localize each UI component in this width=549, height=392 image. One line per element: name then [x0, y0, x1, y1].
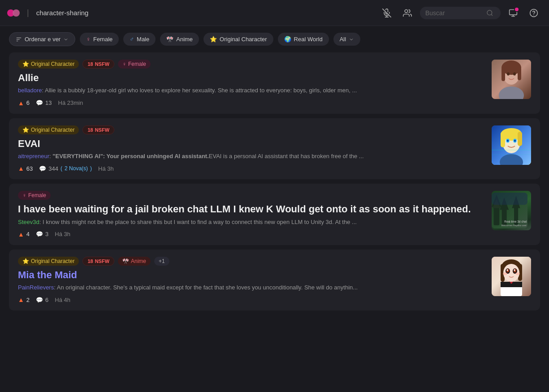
svg-point-57 [514, 269, 515, 271]
post-jail-body: I know this might not be the place to sh… [43, 219, 357, 225]
female-tag-icon-jail: ♀ [22, 192, 26, 198]
tag-anime-mia-label: Anime [131, 258, 146, 264]
upvote-icon-evai[interactable]: ▲ [18, 165, 24, 172]
post-jail[interactable]: ♀ Female I have been waiting for a jail … [9, 184, 540, 245]
filter-anime[interactable]: 🎌 Anime [160, 33, 199, 46]
tag-original-mia-label: Original Character [31, 258, 74, 264]
nsfw-label: NSFW [95, 61, 109, 67]
original-tag-icon-evai: ⭐ [22, 127, 29, 133]
post-mia-votes: ▲ 2 [18, 296, 30, 303]
svg-rect-20 [518, 68, 521, 80]
svg-point-1 [13, 9, 20, 17]
tag-nsfw-evai[interactable]: 18 NSFW [82, 125, 114, 134]
tag-female-jail-label: Female [28, 192, 46, 198]
post-evai-votes: ▲ 63 [18, 165, 33, 172]
post-jail-title: I have been waiting for a jail broken ch… [18, 203, 484, 215]
post-allie-tags: ⭐ Original Character 18 NSFW ♀ Female [18, 60, 484, 69]
anime-tag-icon-mia: 🎌 [122, 258, 129, 264]
post-allie-body: Allie is a bubbly 18-year-old girl who l… [45, 87, 357, 94]
tag-nsfw-mia[interactable]: 18 NSFW [82, 257, 114, 266]
svg-rect-27 [501, 132, 505, 147]
realworld-label: Real World [294, 36, 323, 43]
svg-point-56 [507, 269, 508, 271]
tag-anime-mia[interactable]: 🎌 Anime [118, 257, 151, 266]
vote-count-mia: 2 [26, 297, 30, 303]
topnav: | character-sharing [0, 0, 549, 26]
help-button[interactable] [526, 5, 542, 21]
filter-female[interactable]: ♀ Female [80, 33, 119, 46]
post-mia-body: An original character. She's a typical m… [57, 284, 358, 291]
comment-count: 13 [45, 99, 52, 106]
svg-rect-44 [492, 193, 527, 205]
tag-original-evai-label: Original Character [31, 127, 74, 133]
filter-all[interactable]: All [333, 33, 360, 46]
svg-text:Welcomes Replika user: Welcomes Replika user [501, 224, 527, 227]
male-icon: ♂ [130, 36, 134, 43]
female-icon: ♀ [86, 36, 91, 43]
post-evai[interactable]: ⭐ Original Character 18 NSFW EVAI aitrep… [9, 118, 540, 180]
post-mia-author[interactable]: PainRelievers [18, 284, 54, 291]
upvote-icon-mia[interactable]: ▲ [18, 296, 24, 303]
post-allie-title: Allie [18, 72, 484, 84]
post-allie-author[interactable]: belladore [18, 87, 42, 94]
search-input[interactable] [425, 9, 484, 17]
post-mia-time: Há 4h [55, 297, 70, 303]
svg-rect-19 [501, 68, 505, 81]
post-evai-time: Há 3h [98, 165, 114, 172]
sort-button[interactable]: Ordenar e ver [9, 32, 75, 46]
tag-nsfw[interactable]: 18 NSFW [82, 60, 114, 69]
svg-text:Real-time 3d chat: Real-time 3d chat [504, 220, 527, 223]
anime-label: Anime [176, 36, 193, 43]
svg-point-5 [405, 9, 408, 13]
people-button[interactable] [399, 5, 415, 21]
post-mia-thumb [492, 257, 531, 296]
upvote-icon[interactable]: ▲ [18, 99, 24, 107]
comment-icon: 💬 [36, 99, 43, 106]
tag-original-character-mia[interactable]: ⭐ Original Character [18, 257, 79, 266]
anime-icon: 🎌 [166, 36, 173, 43]
upvote-icon-jail[interactable]: ▲ [18, 231, 24, 238]
posts-list: ⭐ Original Character 18 NSFW ♀ Female Al… [0, 52, 549, 310]
mute-button[interactable] [379, 5, 395, 21]
post-allie[interactable]: ⭐ Original Character 18 NSFW ♀ Female Al… [9, 52, 540, 114]
post-jail-votes: ▲ 4 [18, 231, 30, 238]
tag-female[interactable]: ♀ Female [118, 60, 151, 69]
filter-original[interactable]: ⭐ Original Character [203, 33, 273, 46]
post-jail-author[interactable]: Steev3d [18, 219, 39, 225]
filter-realworld[interactable]: 🌍 Real World [278, 33, 329, 46]
svg-point-31 [507, 139, 509, 142]
filter-male[interactable]: ♂ Male [123, 33, 156, 46]
tag-original-label: Original Character [31, 61, 74, 67]
channel-name[interactable]: character-sharing [36, 9, 89, 17]
nav-divider: | [27, 8, 29, 17]
search-box[interactable] [420, 7, 501, 19]
tag-original-character-evai[interactable]: ⭐ Original Character [18, 125, 79, 134]
tag-plus-mia-label: +1 [159, 258, 165, 264]
post-evai-author[interactable]: aitrepreneur [18, 153, 49, 159]
svg-rect-8 [510, 9, 517, 15]
post-mia-tags: ⭐ Original Character 18 NSFW 🎌 Anime +1 [18, 257, 484, 266]
svg-point-58 [503, 272, 507, 275]
tag-original-character[interactable]: ⭐ Original Character [18, 60, 79, 69]
post-evai-bold: "EVERYTHING AI": Your personal unhinged … [52, 153, 208, 159]
tag-plus-mia[interactable]: +1 [154, 257, 169, 266]
svg-point-22 [513, 73, 516, 76]
post-evai-main: ⭐ Original Character 18 NSFW EVAI aitrep… [18, 125, 484, 172]
nsfw-label-evai: NSFW [95, 127, 109, 133]
realworld-icon: 🌍 [284, 36, 291, 43]
logo[interactable] [7, 8, 20, 18]
post-mia-desc: PainRelievers: An original character. Sh… [18, 284, 484, 292]
original-tag-icon-mia: ⭐ [22, 258, 29, 264]
post-evai-title: EVAI [18, 138, 484, 150]
post-allie-desc: belladore: Allie is a bubbly 18-year-old… [18, 86, 484, 95]
filterbar: Ordenar e ver ♀ Female ♂ Male 🎌 Anime ⭐ … [0, 26, 549, 52]
vote-count-jail: 4 [26, 231, 30, 237]
post-allie-comments: 💬 13 [36, 99, 52, 106]
post-jail-meta: ▲ 4 💬 3 Há 3h [18, 231, 484, 238]
post-mia[interactable]: ⭐ Original Character 18 NSFW 🎌 Anime +1 … [9, 250, 540, 311]
vote-count-evai: 63 [26, 165, 33, 172]
tag-female-jail[interactable]: ♀ Female [18, 191, 51, 200]
logo-icon [7, 8, 20, 18]
post-allie-main: ⭐ Original Character 18 NSFW ♀ Female Al… [18, 60, 484, 107]
screen-share-button[interactable] [505, 5, 521, 21]
